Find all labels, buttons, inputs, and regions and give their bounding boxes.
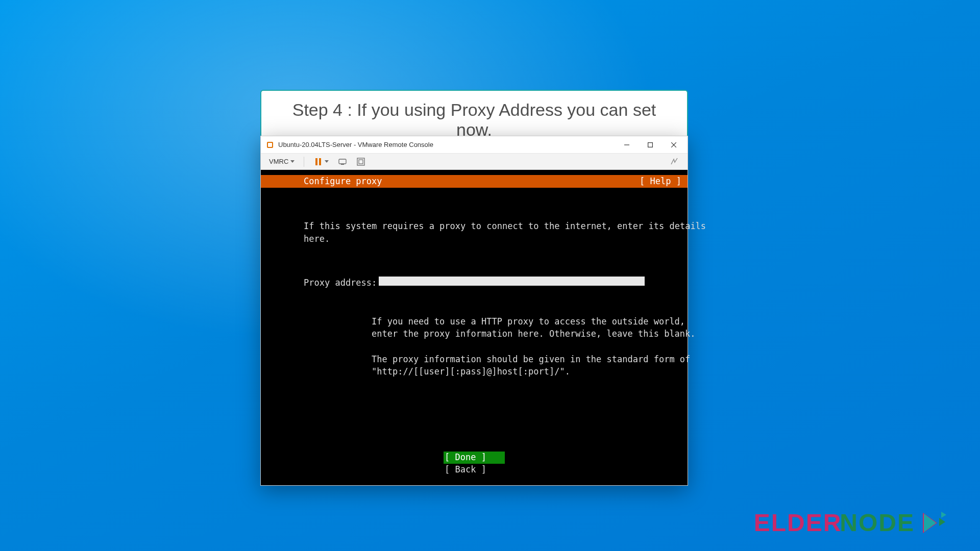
ubuntu-installer-console[interactable]: Configure proxy [ Help ] If this system … xyxy=(261,175,688,485)
maximize-button[interactable] xyxy=(639,137,662,153)
svg-marker-11 xyxy=(924,514,936,532)
svg-rect-8 xyxy=(357,158,364,165)
vmware-app-icon xyxy=(266,141,274,149)
svg-rect-7 xyxy=(341,164,344,165)
proxy-address-label: Proxy address: xyxy=(304,277,377,289)
installer-footer: [ Done ] [ Back ] xyxy=(261,452,688,476)
fullscreen-button[interactable] xyxy=(353,155,369,168)
caret-down-icon xyxy=(325,160,329,163)
pause-icon xyxy=(313,157,323,166)
signal-icon xyxy=(670,157,679,166)
installer-help-link[interactable]: [ Help ] xyxy=(640,177,681,186)
installer-body: If this system requires a proxy to conne… xyxy=(261,188,688,403)
toolbar-separator xyxy=(304,157,304,167)
proxy-hint-text: If you need to use a HTTP proxy to acces… xyxy=(304,315,645,378)
window-title: Ubuntu-20.04LTS-Server - VMware Remote C… xyxy=(278,141,433,148)
svg-rect-1 xyxy=(268,143,272,147)
vmware-remote-console-window: Ubuntu-20.04LTS-Server - VMware Remote C… xyxy=(260,136,688,486)
watermark-node: NODE xyxy=(840,509,915,537)
window-titlebar[interactable]: Ubuntu-20.04LTS-Server - VMware Remote C… xyxy=(261,136,688,154)
done-button[interactable]: [ Done ] xyxy=(444,452,505,464)
send-cad-icon xyxy=(338,157,347,166)
installer-intro-text: If this system requires a proxy to conne… xyxy=(304,220,645,245)
watermark-play-icon xyxy=(919,511,949,535)
close-button[interactable] xyxy=(662,137,685,153)
proxy-address-input[interactable] xyxy=(379,277,645,286)
eldernode-watermark: ELDER NODE xyxy=(754,509,949,537)
back-button[interactable]: [ Back ] xyxy=(444,464,505,476)
vmrc-menu[interactable]: VMRC xyxy=(266,156,298,167)
connection-indicator[interactable] xyxy=(667,155,682,168)
console-top-gap xyxy=(261,170,688,175)
svg-rect-3 xyxy=(648,142,653,147)
vmrc-toolbar: VMRC xyxy=(261,154,688,170)
watermark-elder: ELDER xyxy=(754,509,842,537)
svg-rect-9 xyxy=(359,160,363,164)
send-ctrl-alt-del-button[interactable] xyxy=(335,155,350,168)
svg-rect-6 xyxy=(339,159,346,164)
svg-marker-13 xyxy=(941,512,946,518)
fullscreen-icon xyxy=(356,157,365,166)
pause-button[interactable] xyxy=(310,155,332,168)
vmrc-menu-label: VMRC xyxy=(269,158,288,165)
caret-down-icon xyxy=(290,160,295,163)
installer-header-title: Configure proxy xyxy=(304,177,382,186)
minimize-button[interactable] xyxy=(615,137,639,153)
installer-header: Configure proxy [ Help ] xyxy=(261,175,688,188)
svg-marker-12 xyxy=(939,518,945,526)
